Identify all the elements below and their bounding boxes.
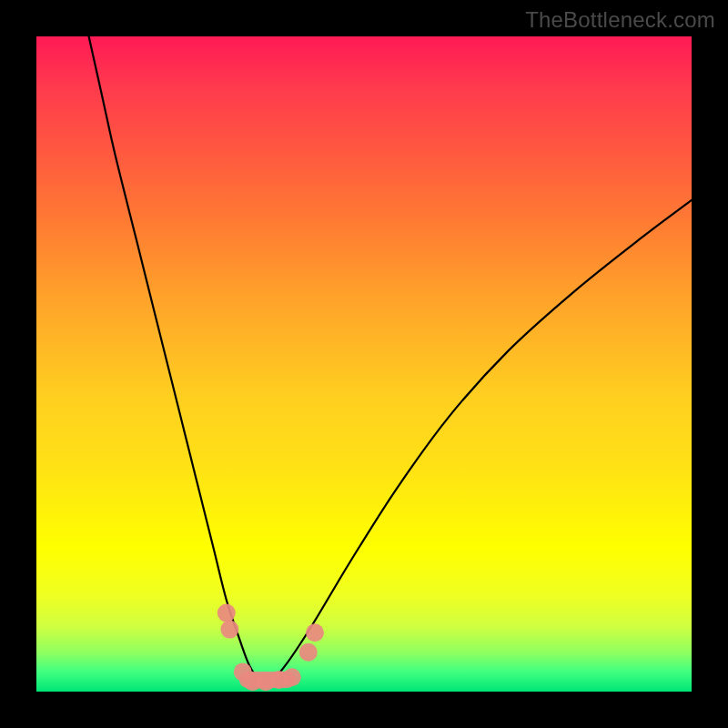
chart-svg [36,36,692,692]
chart-frame: TheBottleneck.com [0,0,728,728]
chart-plot-area [36,36,692,692]
curve-markers [217,604,324,692]
bottleneck-curve [89,36,692,680]
marker-dot [217,604,236,622]
marker-dot [220,621,238,639]
marker-dot [299,643,318,662]
watermark-text: TheBottleneck.com [525,7,715,33]
marker-dot [306,623,324,642]
marker-dot [283,668,301,686]
